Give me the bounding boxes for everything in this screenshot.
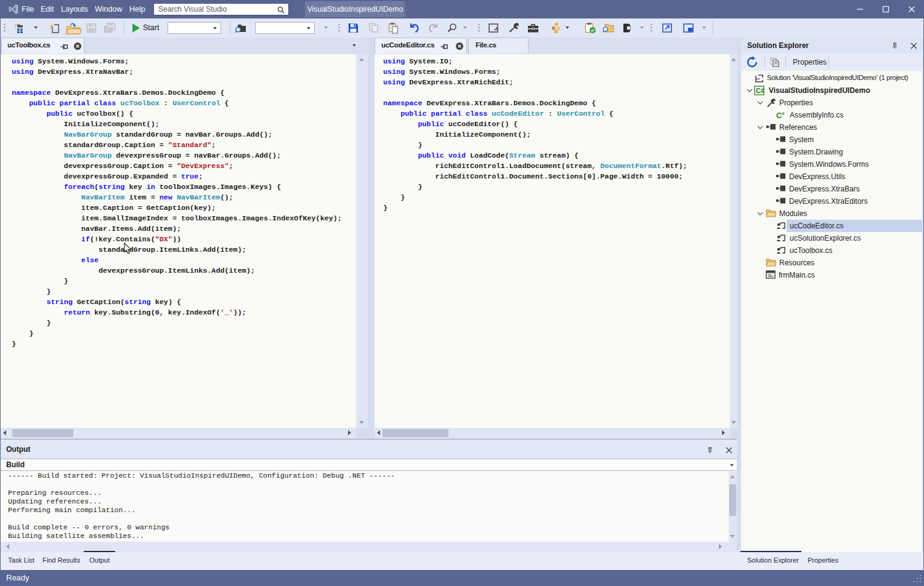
svg-text:∞: ∞ [756, 76, 760, 82]
svg-text:#: # [782, 111, 785, 116]
svg-text:C#: C# [756, 87, 764, 94]
